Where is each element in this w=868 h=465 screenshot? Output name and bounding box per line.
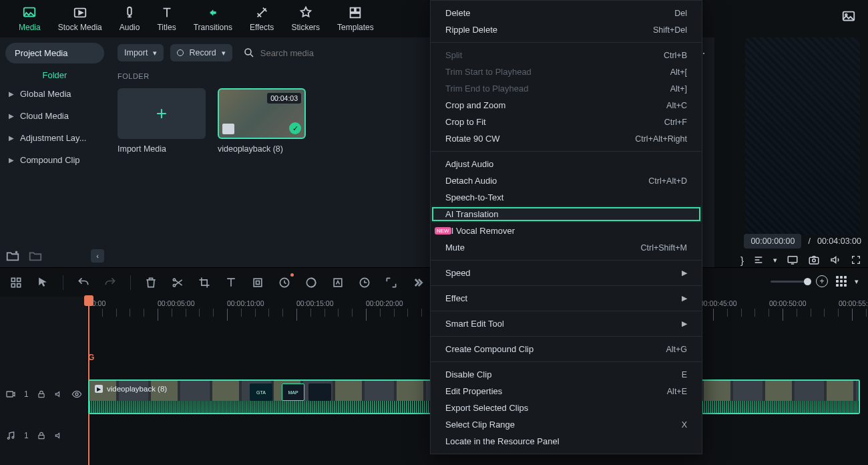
sidebar-bottom: ‹ (5, 249, 104, 263)
sidebar-item-adjustment-layer[interactable]: ▶Adjustment Lay... (5, 127, 104, 149)
sidebar-item-global-media[interactable]: ▶Global Media (5, 83, 104, 105)
media-clip-card[interactable]: 00:04:03 ✓ videoplayback (8) (218, 88, 306, 154)
zoom-in-icon[interactable]: + (816, 275, 828, 287)
speed-icon[interactable] (278, 276, 291, 289)
menu-item-label: AI Translation (445, 209, 499, 219)
menu-item-label: Effect (445, 293, 467, 303)
tab-templates[interactable]: Templates (337, 5, 374, 32)
svg-rect-27 (39, 394, 44, 397)
media-clip-thumb[interactable]: 00:04:03 ✓ (218, 88, 306, 139)
snapshot-icon[interactable] (808, 254, 820, 266)
more-tools-icon[interactable] (411, 276, 425, 289)
svg-rect-9 (788, 257, 797, 263)
track-volume-icon[interactable] (54, 431, 63, 440)
menu-item-speech-to-text[interactable]: Speech-to-Text (431, 189, 702, 206)
svg-rect-31 (39, 435, 44, 438)
new-folder-icon[interactable] (5, 249, 20, 263)
search-input[interactable] (260, 48, 394, 58)
display-icon[interactable] (787, 254, 799, 266)
delete-icon[interactable] (144, 276, 158, 289)
grid-icon[interactable] (9, 276, 23, 289)
track-volume-icon[interactable] (54, 390, 63, 399)
zoom-slider[interactable] (771, 281, 808, 283)
tab-stickers-label: Stickers (291, 23, 320, 32)
pointer-icon[interactable] (36, 276, 49, 289)
collapse-sidebar-icon[interactable]: ‹ (91, 249, 104, 263)
menu-item-mute[interactable]: MuteCtrl+Shift+M (431, 239, 702, 256)
menu-item-delete[interactable]: DeleteDel (431, 5, 702, 21)
preview-viewport[interactable] (745, 37, 860, 235)
tab-effects[interactable]: Effects (250, 5, 274, 32)
tab-titles[interactable]: Titles (157, 5, 176, 32)
fullscreen-icon[interactable] (851, 255, 861, 265)
menu-item-select-clip-range[interactable]: Select Clip RangeX (431, 416, 702, 433)
menu-item-export-selected-clips[interactable]: Export Selected Clips (431, 400, 702, 416)
folder-icon[interactable] (28, 249, 43, 263)
marker-icon[interactable]: } (740, 255, 744, 266)
sidebar-folder-header[interactable]: Folder (5, 63, 104, 83)
menu-item-detach-audio[interactable]: Detach AudioCtrl+Alt+D (431, 172, 702, 189)
ruler-label: 00:00:10:00 (227, 299, 296, 307)
sidebar: Project Media Folder ▶Global Media ▶Clou… (0, 37, 110, 267)
menu-item-speed[interactable]: Speed▶ (431, 265, 702, 281)
volume-icon[interactable] (829, 254, 841, 266)
import-media-card[interactable]: + Import Media (118, 88, 206, 154)
menu-item-effect[interactable]: Effect▶ (431, 290, 702, 307)
tab-stock-media[interactable]: Stock Media (58, 5, 102, 32)
separator (130, 275, 131, 290)
redo-icon[interactable] (103, 276, 117, 289)
import-dropdown[interactable]: Import▾ (118, 44, 164, 61)
lock-icon[interactable] (37, 390, 46, 399)
picture-icon[interactable] (841, 9, 856, 24)
menu-item-ai-translation[interactable]: AI Translation (431, 206, 702, 222)
svg-marker-2 (79, 11, 83, 15)
menu-item-adjust-audio[interactable]: Adjust Audio (431, 156, 702, 172)
menu-item-create-compound-clip[interactable]: Create Compound ClipAlt+G (431, 341, 702, 357)
keyframe-icon[interactable] (331, 276, 345, 289)
frame-icon[interactable] (251, 276, 264, 289)
import-media-box[interactable]: + (118, 88, 206, 139)
split-icon[interactable] (171, 276, 184, 289)
menu-item-rotate-90-cw[interactable]: Rotate 90 CWCtrl+Alt+Right (431, 130, 702, 147)
crop-icon[interactable] (198, 276, 211, 289)
record-dropdown[interactable]: Record▾ (170, 44, 232, 61)
menu-item-smart-edit-tool[interactable]: Smart Edit Tool▶ (431, 315, 702, 332)
media-icon (22, 5, 37, 20)
visibility-icon[interactable] (71, 389, 82, 400)
chevron-down-icon[interactable]: ▾ (773, 256, 777, 265)
menu-shortcut: Alt+] (670, 84, 687, 94)
menu-item-ripple-delete[interactable]: Ripple DeleteShift+Del (431, 21, 702, 38)
menu-separator (431, 311, 702, 311)
menu-item-ai-vocal-remover[interactable]: AI Vocal RemoverNEW (431, 222, 702, 239)
menu-item-label: Speed (445, 268, 471, 278)
chevron-down-icon[interactable]: ▾ (855, 277, 859, 286)
color-icon[interactable] (304, 276, 318, 289)
menu-item-locate-in-the-resource-panel[interactable]: Locate in the Resource Panel (431, 433, 702, 450)
align-icon[interactable] (753, 255, 764, 265)
lock-icon[interactable] (37, 431, 46, 440)
sidebar-item-cloud-media[interactable]: ▶Cloud Media (5, 105, 104, 127)
video-track-icon[interactable] (5, 389, 16, 400)
audio-track-icon[interactable] (5, 430, 16, 441)
preview-current-time[interactable]: 00:00:00:00 (744, 234, 801, 249)
menu-item-edit-properties[interactable]: Edit PropertiesAlt+E (431, 383, 702, 400)
menu-item-crop-and-zoom[interactable]: Crop and ZoomAlt+C (431, 97, 702, 114)
clip-label: ▶videoplayback (8) (95, 385, 167, 393)
search-icon[interactable] (243, 47, 255, 59)
tab-audio[interactable]: Audio (120, 5, 140, 32)
menu-item-crop-to-fit[interactable]: Crop to FitCtrl+F (431, 114, 702, 130)
sidebar-item-compound-clip[interactable]: ▶Compound Clip (5, 149, 104, 171)
menu-item-disable-clip[interactable]: Disable ClipE (431, 366, 702, 383)
zoom-knob[interactable] (804, 278, 811, 285)
sidebar-folder-label: Folder (43, 70, 67, 80)
submenu-arrow-icon: ▶ (682, 269, 687, 277)
clock-icon[interactable] (358, 276, 371, 289)
undo-icon[interactable] (77, 276, 90, 289)
sidebar-project-media[interactable]: Project Media (5, 43, 104, 63)
view-grid-icon[interactable] (836, 276, 847, 287)
tab-media[interactable]: Media (19, 5, 41, 32)
expand-icon[interactable] (385, 276, 398, 289)
text-icon[interactable] (224, 276, 238, 289)
tab-transitions[interactable]: Transitions (194, 5, 232, 32)
tab-stickers[interactable]: Stickers (291, 5, 320, 32)
